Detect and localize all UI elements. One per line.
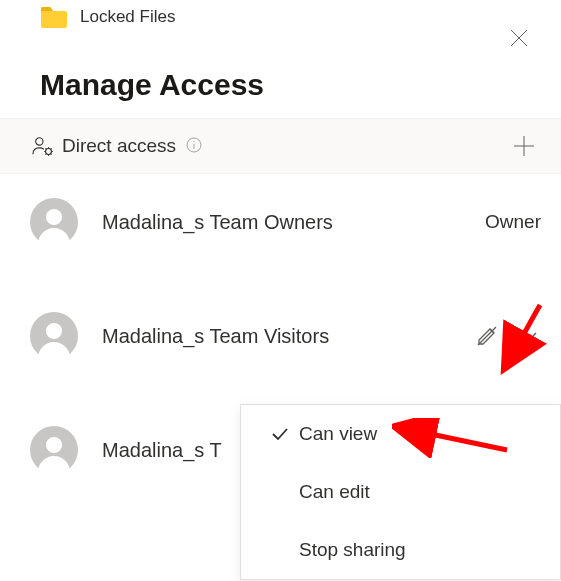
principal-row: Madalina_s Team Visitors xyxy=(0,292,561,380)
principal-name: Madalina_s Team Owners xyxy=(102,211,473,234)
folder-icon xyxy=(40,6,68,28)
role-label: Owner xyxy=(485,211,541,233)
dropdown-item-label: Can view xyxy=(299,423,377,445)
folder-name: Locked Files xyxy=(80,6,175,27)
svg-line-11 xyxy=(51,148,52,149)
info-icon[interactable] xyxy=(186,137,204,155)
svg-point-14 xyxy=(193,141,194,142)
svg-line-10 xyxy=(45,154,46,155)
cannot-edit-icon xyxy=(475,324,499,348)
permission-dropdown-menu: Can view Can edit Stop sharing xyxy=(240,404,561,580)
principal-row: Madalina_s Team Owners Owner xyxy=(0,178,561,266)
section-label: Direct access xyxy=(62,135,176,157)
people-gear-icon xyxy=(32,135,54,157)
close-button[interactable] xyxy=(501,20,537,56)
dropdown-item-can-view[interactable]: Can view xyxy=(241,405,560,463)
direct-access-section: Direct access xyxy=(0,118,561,174)
dropdown-item-can-edit[interactable]: Can edit xyxy=(241,463,560,521)
svg-point-3 xyxy=(46,149,52,155)
dropdown-item-stop-sharing[interactable]: Stop sharing xyxy=(241,521,560,579)
permission-dropdown-button[interactable] xyxy=(517,324,541,348)
avatar xyxy=(30,426,78,474)
svg-line-9 xyxy=(51,154,52,155)
avatar xyxy=(30,198,78,246)
dropdown-item-label: Stop sharing xyxy=(299,539,406,561)
svg-line-18 xyxy=(478,327,496,345)
page-title: Manage Access xyxy=(0,28,561,118)
svg-line-8 xyxy=(45,148,46,149)
avatar xyxy=(30,312,78,360)
add-principal-button[interactable] xyxy=(511,133,537,159)
dropdown-item-label: Can edit xyxy=(299,481,370,503)
check-icon xyxy=(261,427,299,441)
svg-point-2 xyxy=(36,138,43,145)
principal-name: Madalina_s Team Visitors xyxy=(102,325,463,348)
